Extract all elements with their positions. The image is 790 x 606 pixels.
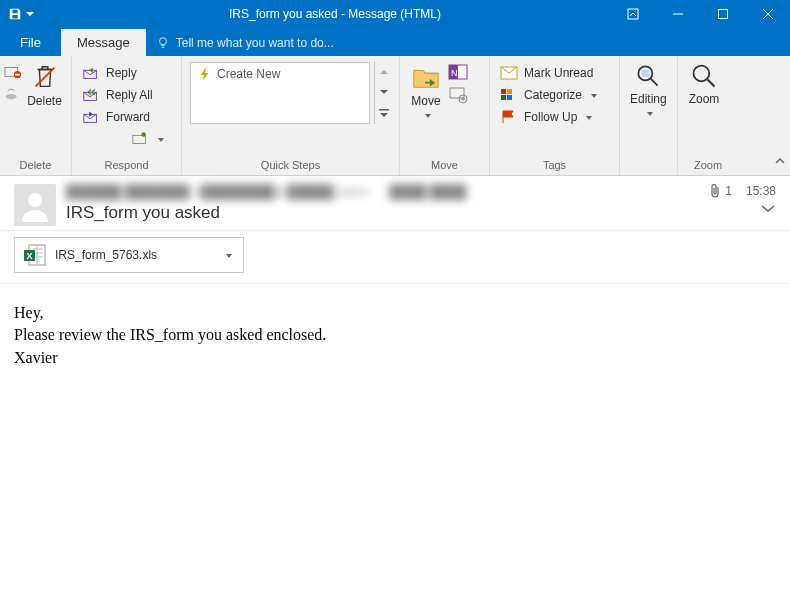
- categorize-button[interactable]: Categorize: [496, 84, 601, 106]
- chevron-down-icon[interactable]: [760, 204, 776, 214]
- more-icon: [131, 131, 149, 147]
- attachments-area: X IRS_form_5763.xls: [0, 231, 790, 284]
- svg-point-9: [6, 94, 17, 99]
- sender-address: ██████ ███████ <████████@█████.com>: [66, 184, 369, 199]
- zoom-label: Zoom: [689, 92, 720, 106]
- title-bar: IRS_form you asked - Message (HTML): [0, 0, 790, 28]
- reply-all-label: Reply All: [106, 88, 153, 102]
- gallery-up-icon[interactable]: [380, 69, 388, 75]
- create-new-label: Create New: [217, 67, 280, 81]
- minimize-button[interactable]: [655, 0, 700, 28]
- ribbon-tabs: File Message Tell me what you want to do…: [0, 28, 790, 56]
- ignore-icon[interactable]: [4, 64, 22, 80]
- attachment-dropdown[interactable]: [223, 248, 235, 262]
- attachment-count: 1: [725, 184, 732, 198]
- move-button[interactable]: Move: [404, 60, 448, 125]
- more-respond-button[interactable]: [78, 128, 168, 150]
- actions-icon[interactable]: [448, 86, 468, 104]
- zoom-button[interactable]: Zoom: [682, 60, 726, 108]
- envelope-icon: [500, 66, 518, 80]
- svg-rect-29: [642, 70, 649, 77]
- svg-rect-16: [379, 109, 389, 111]
- svg-rect-20: [450, 88, 464, 98]
- delete-button[interactable]: Delete: [22, 60, 67, 110]
- tab-file[interactable]: File: [0, 29, 61, 56]
- group-label-respond: Respond: [76, 157, 177, 175]
- message-body: Hey, Please review the IRS_form you aske…: [0, 284, 790, 387]
- ribbon-options-button[interactable]: [610, 0, 655, 28]
- reply-all-button[interactable]: Reply All: [78, 84, 168, 106]
- attachment-indicator: 1: [709, 184, 732, 198]
- window-title: IRS_form you asked - Message (HTML): [60, 7, 610, 21]
- svg-text:X: X: [27, 251, 33, 261]
- mark-unread-button[interactable]: Mark Unread: [496, 62, 601, 84]
- gallery-down-icon[interactable]: [380, 89, 388, 95]
- svg-rect-26: [507, 95, 512, 100]
- delete-icon: [30, 62, 60, 92]
- qat-dropdown-icon[interactable]: [26, 7, 34, 21]
- svg-rect-0: [628, 9, 638, 19]
- svg-rect-23: [501, 89, 506, 94]
- recipient-address: ████ ████: [389, 184, 466, 199]
- mark-unread-label: Mark Unread: [524, 66, 593, 80]
- group-label-quicksteps: Quick Steps: [186, 157, 395, 175]
- close-button[interactable]: [745, 0, 790, 28]
- tab-message[interactable]: Message: [61, 29, 146, 56]
- message-header: ██████ ███████ <████████@█████.com> ████…: [0, 176, 790, 231]
- group-label-delete: Delete: [4, 157, 67, 175]
- reply-icon: [82, 65, 100, 81]
- group-label-move: Move: [404, 157, 485, 175]
- editing-button[interactable]: Editing: [624, 60, 673, 123]
- delete-label: Delete: [27, 94, 62, 108]
- attachment-item[interactable]: X IRS_form_5763.xls: [14, 237, 244, 273]
- junk-icon[interactable]: [4, 86, 22, 102]
- move-folder-icon: [411, 62, 441, 92]
- tell-me-search[interactable]: Tell me what you want to do...: [146, 30, 344, 56]
- quick-steps-gallery[interactable]: Create New: [190, 62, 370, 124]
- maximize-button[interactable]: [700, 0, 745, 28]
- gallery-more-icon[interactable]: [379, 109, 389, 117]
- reply-label: Reply: [106, 66, 137, 80]
- svg-line-31: [708, 80, 715, 87]
- group-label-zoom: Zoom: [682, 157, 734, 175]
- onenote-icon[interactable]: N: [448, 62, 468, 82]
- flag-icon: [500, 110, 518, 124]
- paperclip-icon: [709, 184, 721, 198]
- zoom-icon: [690, 62, 718, 90]
- svg-rect-8: [15, 74, 20, 76]
- excel-file-icon: X: [23, 243, 47, 267]
- save-icon[interactable]: [8, 7, 22, 21]
- ribbon: Delete Delete Reply Reply All Forward: [0, 56, 790, 176]
- forward-label: Forward: [106, 110, 150, 124]
- lightbulb-icon: [156, 36, 170, 50]
- categorize-label: Categorize: [524, 88, 582, 102]
- quick-access-toolbar: [0, 7, 60, 21]
- svg-point-15: [141, 132, 146, 137]
- svg-point-5: [159, 38, 166, 45]
- svg-rect-25: [501, 95, 506, 100]
- reply-all-icon: [82, 87, 100, 103]
- move-label: Move: [411, 94, 440, 108]
- forward-icon: [82, 109, 100, 125]
- svg-rect-24: [507, 89, 512, 94]
- reply-button[interactable]: Reply: [78, 62, 168, 84]
- find-icon: [634, 62, 662, 90]
- message-subject: IRS_form you asked: [66, 203, 699, 223]
- svg-point-32: [28, 193, 42, 207]
- lightning-icon: [199, 67, 211, 81]
- group-label-editing: [624, 157, 673, 175]
- follow-up-button[interactable]: Follow Up: [496, 106, 601, 128]
- message-time: 15:38: [746, 184, 776, 198]
- collapse-ribbon-button[interactable]: [774, 156, 786, 171]
- follow-up-label: Follow Up: [524, 110, 577, 124]
- svg-rect-2: [718, 10, 727, 19]
- svg-line-10: [35, 68, 54, 87]
- categorize-icon: [500, 88, 518, 102]
- svg-text:N: N: [451, 68, 458, 78]
- editing-label: Editing: [630, 92, 667, 106]
- svg-line-28: [651, 79, 658, 86]
- sender-avatar: [14, 184, 56, 226]
- group-label-tags: Tags: [494, 157, 615, 175]
- attachment-filename: IRS_form_5763.xls: [55, 248, 215, 262]
- forward-button[interactable]: Forward: [78, 106, 168, 128]
